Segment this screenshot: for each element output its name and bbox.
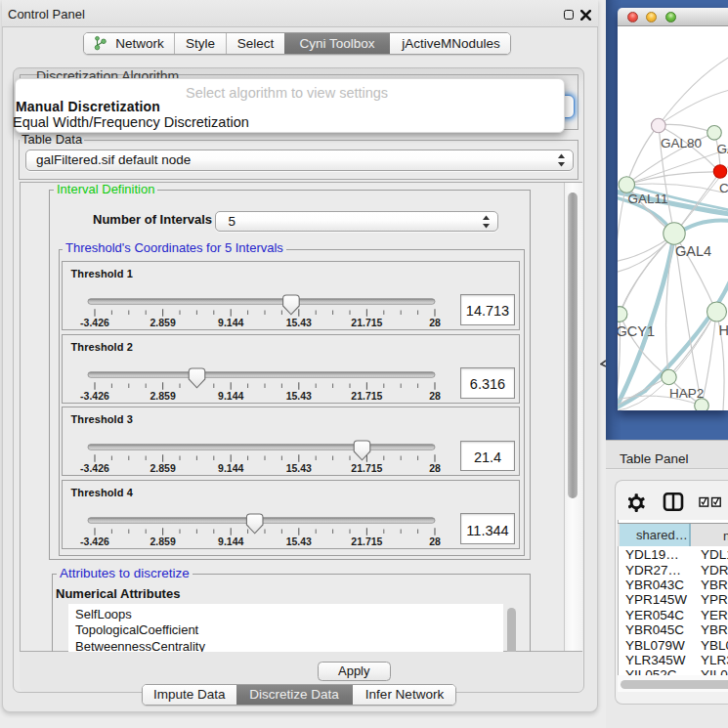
svg-text:2.859: 2.859 (150, 535, 175, 547)
svg-text:-3.426: -3.426 (80, 316, 109, 327)
svg-text:15.43: 15.43 (286, 535, 312, 547)
svg-text:9.144: 9.144 (218, 316, 243, 327)
svg-text:GAL80: GAL80 (661, 136, 702, 150)
svg-text:28: 28 (429, 389, 441, 401)
svg-text:21.715: 21.715 (351, 316, 382, 327)
svg-text:21.715: 21.715 (351, 462, 382, 474)
svg-text:GAL11: GAL11 (628, 192, 668, 206)
svg-text:9.144: 9.144 (218, 535, 243, 547)
svg-text:15.43: 15.43 (286, 462, 312, 474)
svg-text:21.715: 21.715 (351, 389, 382, 401)
svg-text:2.859: 2.859 (150, 462, 175, 474)
svg-text:-3.426: -3.426 (80, 462, 109, 474)
svg-text:-3.426: -3.426 (80, 535, 109, 547)
svg-text:GCY1: GCY1 (618, 323, 655, 339)
svg-text:28: 28 (429, 462, 441, 474)
svg-text:-3.426: -3.426 (80, 389, 109, 401)
svg-text:9.144: 9.144 (218, 389, 243, 401)
svg-text:GAL4: GAL4 (675, 243, 711, 259)
svg-text:2.859: 2.859 (150, 389, 175, 401)
svg-text:15.43: 15.43 (286, 316, 312, 327)
svg-text:H: H (719, 322, 728, 338)
svg-text:15.43: 15.43 (286, 389, 312, 401)
svg-text:HAP2: HAP2 (669, 386, 704, 401)
svg-text:28: 28 (429, 535, 441, 547)
svg-text:CY: CY (719, 181, 728, 195)
svg-text:21.715: 21.715 (351, 535, 382, 547)
svg-text:9.144: 9.144 (218, 462, 243, 474)
svg-text:GA: GA (717, 142, 728, 156)
svg-text:28: 28 (429, 316, 441, 327)
svg-text:2.859: 2.859 (150, 316, 175, 327)
